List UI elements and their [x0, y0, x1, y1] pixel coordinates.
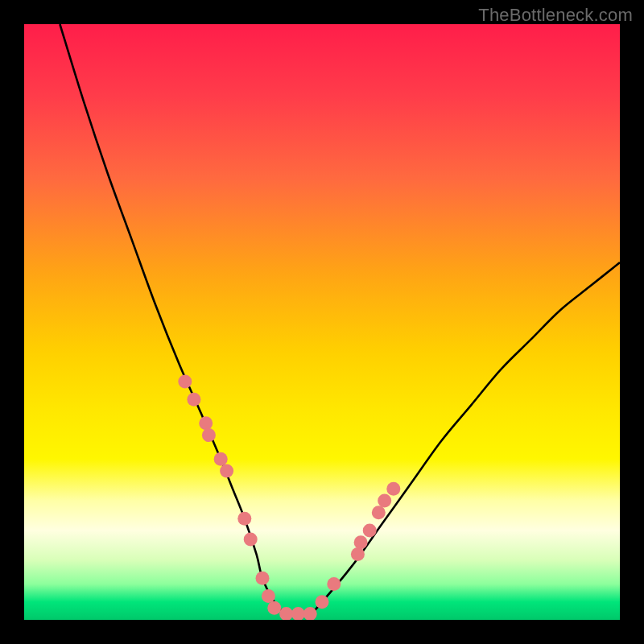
data-point-marker: [267, 601, 281, 615]
right-branch-markers: [279, 482, 400, 620]
data-point-marker: [244, 533, 258, 547]
data-point-marker: [316, 595, 329, 609]
data-point-marker: [386, 482, 400, 496]
watermark-text: TheBottleneck.com: [478, 5, 633, 26]
data-point-marker: [220, 464, 233, 478]
data-point-marker: [262, 589, 275, 603]
plot-area: [24, 24, 620, 620]
data-point-marker: [354, 535, 368, 549]
curve-layer: [24, 24, 620, 620]
data-point-marker: [237, 512, 251, 526]
data-point-marker: [214, 452, 228, 466]
data-point-marker: [256, 572, 270, 585]
data-point-marker: [279, 607, 293, 620]
left-branch-markers: [178, 375, 281, 615]
data-point-marker: [327, 577, 341, 591]
data-point-marker: [178, 375, 192, 389]
data-point-marker: [291, 607, 305, 620]
bottleneck-curve: [60, 24, 620, 615]
data-point-marker: [378, 494, 391, 508]
data-point-marker: [202, 428, 216, 442]
data-point-marker: [372, 506, 386, 519]
data-point-marker: [363, 524, 377, 538]
data-point-marker: [351, 547, 365, 561]
data-point-marker: [199, 416, 213, 430]
data-point-marker: [187, 393, 200, 407]
